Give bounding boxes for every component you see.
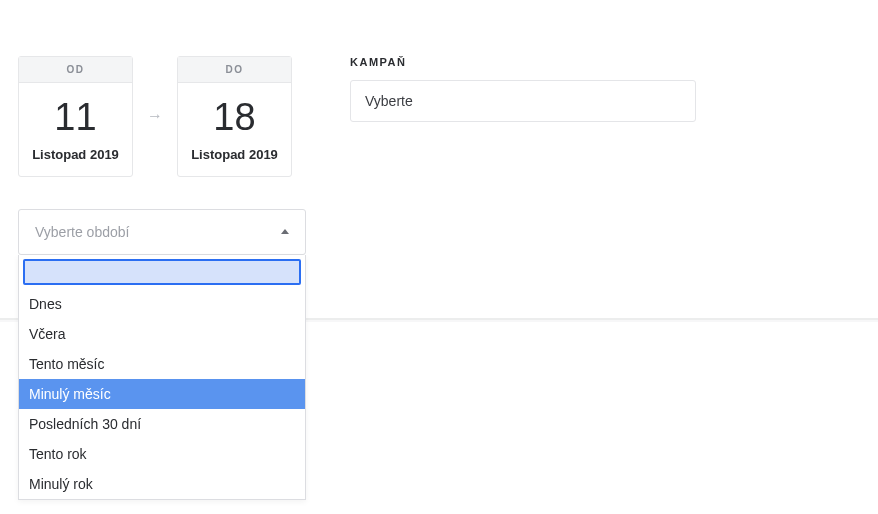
date-from-label: OD bbox=[19, 57, 132, 83]
period-option[interactable]: Minulý měsíc bbox=[19, 379, 305, 409]
right-column: KAMPAŇ Vyberte bbox=[350, 56, 860, 255]
campaign-select-placeholder: Vyberte bbox=[365, 93, 413, 109]
date-to-month: Listopad 2019 bbox=[178, 147, 291, 162]
period-option[interactable]: Včera bbox=[19, 319, 305, 349]
date-to-day: 18 bbox=[178, 97, 291, 139]
period-select[interactable]: Vyberte období bbox=[18, 209, 306, 255]
date-to-card[interactable]: DO 18 Listopad 2019 bbox=[177, 56, 292, 177]
date-to-label: DO bbox=[178, 57, 291, 83]
date-from-month: Listopad 2019 bbox=[19, 147, 132, 162]
period-option[interactable]: Tento rok bbox=[19, 439, 305, 469]
campaign-select[interactable]: Vyberte bbox=[350, 80, 696, 122]
date-range-picker: OD 11 Listopad 2019 → DO 18 Listopad 201… bbox=[18, 56, 306, 177]
date-from-body: 11 Listopad 2019 bbox=[19, 83, 132, 176]
date-from-card[interactable]: OD 11 Listopad 2019 bbox=[18, 56, 133, 177]
left-column: OD 11 Listopad 2019 → DO 18 Listopad 201… bbox=[18, 56, 306, 255]
period-option[interactable]: Posledních 30 dní bbox=[19, 409, 305, 439]
period-dropdown-panel: DnesVčeraTento měsícMinulý měsícPoslední… bbox=[18, 255, 306, 500]
period-options-list[interactable]: DnesVčeraTento měsícMinulý měsícPoslední… bbox=[19, 289, 305, 499]
dropdown-search-wrap bbox=[19, 255, 305, 289]
arrow-right-icon: → bbox=[147, 107, 163, 125]
period-select-wrap: Vyberte období DnesVčeraTento měsícMinul… bbox=[18, 209, 306, 255]
main-container: OD 11 Listopad 2019 → DO 18 Listopad 201… bbox=[0, 0, 878, 255]
date-from-day: 11 bbox=[19, 97, 132, 139]
period-option[interactable]: Minulý rok bbox=[19, 469, 305, 499]
caret-up-icon bbox=[281, 229, 289, 234]
period-search-input[interactable] bbox=[23, 259, 301, 285]
campaign-label: KAMPAŇ bbox=[350, 56, 860, 68]
period-option[interactable]: Tento měsíc bbox=[19, 349, 305, 379]
date-to-body: 18 Listopad 2019 bbox=[178, 83, 291, 176]
period-option[interactable]: Dnes bbox=[19, 289, 305, 319]
period-select-placeholder: Vyberte období bbox=[35, 224, 129, 240]
